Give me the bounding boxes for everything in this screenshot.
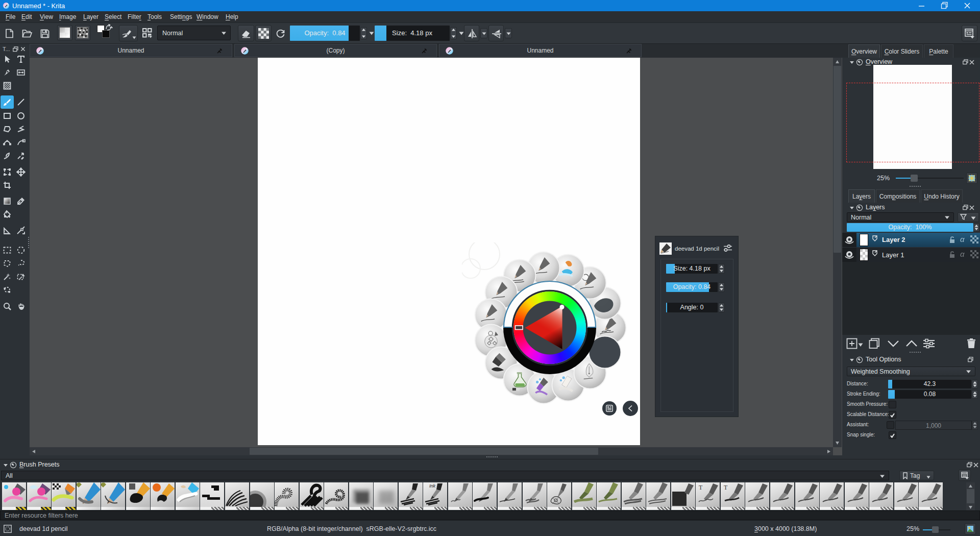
svg-text:Ink: Ink — [429, 483, 436, 489]
svg-text:T: T — [724, 484, 728, 491]
svg-text:T: T — [699, 484, 703, 491]
